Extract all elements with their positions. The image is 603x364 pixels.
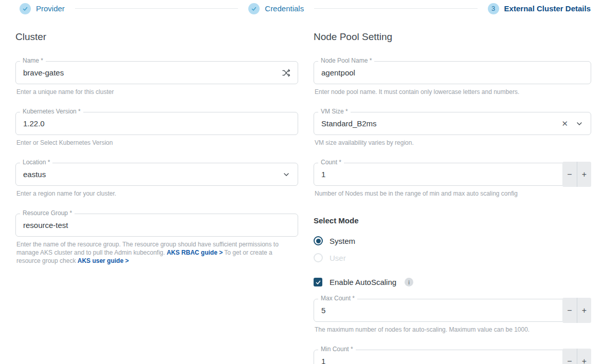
count-input[interactable]: 1 [314, 163, 568, 186]
check-icon [22, 6, 28, 12]
node-pool-section-title: Node Pool Setting [314, 31, 591, 43]
min-count-label: Min Count * [318, 346, 356, 353]
node-pool-name-value: agentpool [321, 68, 583, 77]
vm-size-helper: VM size availability varies by region. [315, 139, 591, 147]
shuffle-name-icon[interactable] [281, 68, 290, 78]
radio-selected-icon[interactable] [314, 236, 323, 245]
step-number: 3 [491, 5, 495, 12]
stepper-step-provider[interactable]: Provider [20, 3, 65, 14]
count-stepper: − + [562, 162, 591, 187]
step-number-badge: 3 [488, 3, 499, 14]
cluster-section: Cluster Name * brave-gates Enter a uniqu… [15, 14, 298, 364]
min-count-value: 1 [321, 357, 560, 364]
node-pool-section: Node Pool Setting Node Pool Name * agent… [314, 14, 591, 364]
enable-autoscaling-row[interactable]: Enable AutoScaling i [314, 278, 591, 286]
clear-icon[interactable]: ✕ [561, 120, 568, 127]
radio-disabled-icon [314, 253, 323, 262]
stepper-step-credentials[interactable]: Credentials [248, 3, 304, 14]
kubernetes-version-label: Kubernetes Version * [20, 108, 83, 116]
vm-size-value: Standard_B2ms [321, 119, 561, 128]
max-count-helper: The maximum number of nodes for auto-sca… [315, 325, 591, 334]
location-label: Location * [20, 159, 52, 166]
max-count-increment-button[interactable]: + [577, 298, 591, 323]
max-count-field: Max Count * 5 − + [314, 299, 591, 322]
stepper-connector [314, 8, 477, 9]
mode-option-system[interactable]: System [314, 236, 591, 245]
cluster-section-title: Cluster [15, 31, 298, 43]
min-count-decrement-button[interactable]: − [562, 349, 577, 364]
stepper-connector [75, 8, 238, 9]
node-pool-name-label: Node Pool Name * [318, 57, 374, 65]
wizard-stepper: Provider Credentials 3 External Cluster … [0, 0, 603, 14]
mode-system-label: System [330, 237, 355, 245]
count-value: 1 [321, 170, 560, 179]
location-select[interactable]: eastus [15, 163, 298, 186]
min-count-increment-button[interactable]: + [577, 349, 591, 364]
check-icon [251, 6, 257, 12]
step-label-provider: Provider [36, 4, 65, 13]
cluster-name-value: brave-gates [23, 68, 281, 77]
chevron-down-icon[interactable] [282, 170, 290, 179]
count-helper: Number of Nodes must be in the range of … [315, 189, 591, 198]
cluster-name-field: Name * brave-gates [15, 61, 298, 84]
cluster-name-helper: Enter a unique name for this cluster [16, 88, 298, 96]
count-label: Count * [318, 159, 344, 166]
count-decrement-button[interactable]: − [562, 162, 577, 187]
max-count-stepper: − + [562, 298, 591, 323]
max-count-label: Max Count * [318, 295, 357, 302]
chevron-down-icon[interactable] [575, 120, 583, 128]
info-icon[interactable]: i [405, 278, 413, 286]
vm-size-field: VM Size * Standard_B2ms ✕ [314, 112, 591, 135]
mode-user-label: User [330, 254, 346, 262]
step-complete-icon [20, 3, 31, 14]
vm-size-label: VM Size * [318, 108, 351, 116]
min-count-field: Min Count * 1 − + [314, 350, 591, 364]
resource-group-helper: Enter the name of the resource group. Th… [16, 240, 286, 265]
cluster-name-input[interactable]: brave-gates [15, 61, 298, 84]
min-count-stepper: − + [562, 349, 591, 364]
node-pool-name-field: Node Pool Name * agentpool [314, 61, 591, 84]
count-field: Count * 1 − + [314, 163, 591, 186]
resource-group-value: resource-test [23, 221, 290, 229]
stepper-step-external-cluster-details[interactable]: 3 External Cluster Details [488, 3, 591, 14]
kubernetes-version-field: Kubernetes Version * 1.22.0 [15, 112, 298, 135]
max-count-decrement-button[interactable]: − [562, 298, 577, 323]
step-label-external-cluster-details: External Cluster Details [504, 4, 591, 13]
step-complete-icon [248, 3, 260, 14]
step-label-credentials: Credentials [265, 4, 304, 13]
kubernetes-version-value: 1.22.0 [23, 119, 290, 128]
select-mode-title: Select Mode [314, 216, 591, 225]
kubernetes-version-helper: Enter or Select Kubernetes Version [16, 139, 298, 147]
aks-user-guide-link[interactable]: AKS user guide > [78, 257, 129, 264]
node-pool-name-helper: Enter node pool name. It must contain on… [315, 88, 591, 96]
location-helper: Enter a region name for your cluster. [16, 189, 298, 198]
resource-group-label: Resource Group * [20, 209, 75, 217]
form-content: Cluster Name * brave-gates Enter a uniqu… [0, 14, 603, 364]
location-field: Location * eastus [15, 163, 298, 186]
enable-autoscaling-label: Enable AutoScaling [330, 278, 396, 286]
resource-group-field: Resource Group * resource-test [15, 214, 298, 237]
check-icon [315, 279, 321, 285]
location-value: eastus [23, 170, 282, 179]
max-count-value: 5 [321, 306, 560, 315]
checkbox-checked-icon[interactable] [314, 278, 322, 286]
mode-option-user: User [314, 253, 591, 262]
aks-rbac-guide-link[interactable]: AKS RBAC guide > [167, 249, 223, 256]
count-increment-button[interactable]: + [577, 162, 591, 187]
cluster-name-label: Name * [20, 57, 46, 65]
vm-size-select[interactable]: Standard_B2ms ✕ [314, 112, 591, 135]
